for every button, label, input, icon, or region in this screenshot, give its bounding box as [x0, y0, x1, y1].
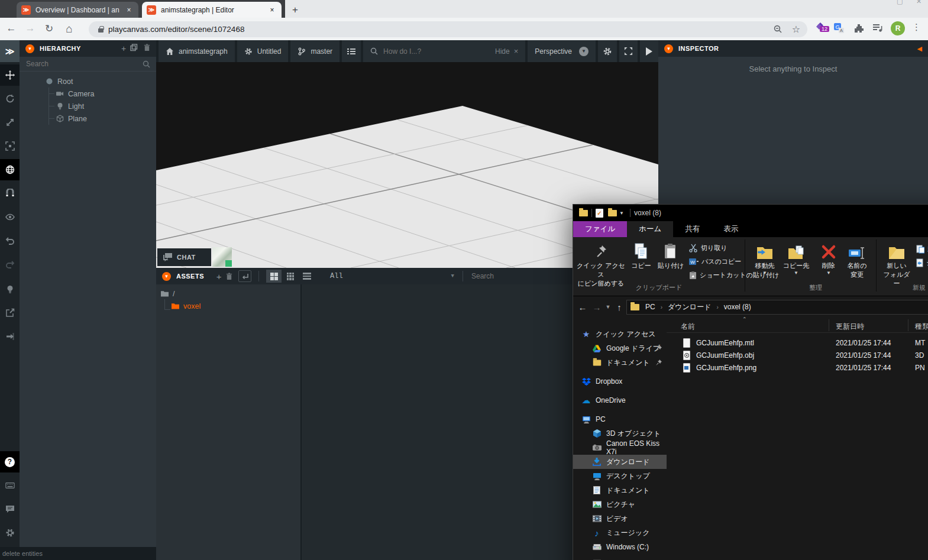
explorer-window[interactable]: ✓ ▼ voxel (8) ファイル ホーム 共有 表示 クイック アクセス に… [573, 204, 928, 560]
view-small-grid-button[interactable] [283, 270, 298, 283]
nav-dropbox[interactable]: Dropbox [573, 374, 667, 389]
undo-icon[interactable] [0, 230, 20, 251]
up-icon[interactable]: ↑ [612, 302, 626, 312]
hierarchy-item-root[interactable]: Root [20, 75, 156, 88]
scene-list-button[interactable] [342, 40, 361, 62]
home-icon[interactable]: ⌂ [62, 22, 77, 35]
menu-kebab-icon[interactable]: ⋮ [912, 22, 921, 33]
settings-gear-icon[interactable] [0, 522, 20, 543]
delete-asset-icon[interactable] [225, 273, 238, 280]
code-editor-icon[interactable] [0, 302, 20, 323]
playlist-icon[interactable] [873, 24, 883, 33]
assets-search-input[interactable] [471, 272, 566, 280]
qat-dropdown-icon[interactable]: ▼ [619, 211, 624, 216]
scale-tool-icon[interactable] [0, 112, 20, 133]
duplicate-entity-icon[interactable] [130, 44, 143, 53]
new-shortcut-button[interactable]: ショー [916, 257, 928, 268]
camera-mode-button[interactable]: Perspective ▼ [528, 40, 596, 62]
feedback-bubble-icon[interactable] [0, 499, 20, 520]
nav-quick-access[interactable]: ★ クイック アクセス [573, 327, 667, 341]
new-folder-button[interactable]: 新しい フォルダー [881, 239, 913, 288]
explorer-titlebar[interactable]: ✓ ▼ voxel (8) [573, 205, 928, 221]
add-entity-icon[interactable]: + [117, 44, 130, 53]
nav-3d-objects[interactable]: 3D オブジェクト [573, 426, 667, 441]
view-list-button[interactable] [299, 270, 315, 283]
breadcrumb[interactable]: PC › ダウンロード › voxel (8) [626, 300, 928, 315]
rename-button[interactable]: 名前の 変更 [842, 239, 872, 279]
hide-help-close-icon[interactable]: × [514, 47, 519, 56]
file-row-mtl[interactable]: GCJuumEehfp.mtl 2021/01/25 17:44 MT [667, 336, 928, 349]
copy-to-button[interactable]: コピー先 ▼ [781, 239, 811, 276]
redo-icon[interactable] [0, 254, 20, 275]
tab-file[interactable]: ファイル [573, 221, 627, 237]
asset-type-filter[interactable]: All ▼ [330, 272, 454, 280]
hierarchy-item-light[interactable]: Light [20, 100, 156, 112]
close-window-icon[interactable]: ✕ [916, 0, 921, 5]
extension-icon[interactable]: 12 [815, 22, 827, 34]
file-row-obj[interactable]: GCJuumEehfp.obj 2021/01/25 17:44 3D [667, 349, 928, 361]
extensions-puzzle-icon[interactable] [854, 24, 864, 33]
delete-entity-icon[interactable] [143, 44, 156, 53]
hierarchy-item-plane[interactable]: Plane [20, 112, 156, 125]
zoom-icon[interactable] [774, 25, 783, 34]
project-button[interactable]: animstategraph [159, 40, 235, 62]
move-to-button[interactable]: 移動先 ▼ [751, 239, 779, 276]
nav-downloads[interactable]: ダウンロード [573, 455, 667, 469]
help-search-bar[interactable]: Hide × [363, 40, 525, 62]
file-row-png[interactable]: GCJuumEehfp.png 2021/01/25 17:44 PN [667, 361, 928, 374]
collapse-panel-icon[interactable]: ◀ [917, 45, 922, 53]
nav-pictures[interactable]: ピクチャ [573, 497, 667, 512]
hierarchy-search-input[interactable] [20, 60, 120, 68]
import-icon[interactable] [0, 326, 20, 347]
breadcrumb-downloads[interactable]: ダウンロード [668, 302, 711, 312]
delete-button[interactable]: 削除 ▼ [817, 239, 840, 276]
nav-windows-c[interactable]: Windows (C:) [573, 540, 667, 554]
maximize-icon[interactable]: ▢ [897, 0, 903, 5]
camera-options-icon[interactable]: ▼ [579, 47, 589, 56]
column-type[interactable]: 種類 [915, 322, 928, 332]
controls-keyboard-icon[interactable] [0, 475, 20, 496]
copy-button[interactable]: コピー [628, 239, 655, 270]
hierarchy-search[interactable] [20, 57, 156, 72]
view-large-grid-button[interactable] [266, 270, 282, 283]
breadcrumb-pc[interactable]: PC [645, 303, 655, 311]
nav-onedrive[interactable]: ☁ OneDrive [573, 393, 667, 407]
tab-close-icon[interactable]: × [124, 6, 134, 14]
help-icon[interactable]: ? [0, 451, 20, 472]
nav-google-drive[interactable]: Google ドライブ [573, 341, 667, 355]
nav-canon-camera[interactable]: Canon EOS Kiss X7i [573, 441, 667, 455]
bookmark-star-icon[interactable]: ☆ [792, 24, 800, 35]
world-space-toggle-icon[interactable] [0, 159, 20, 180]
back-icon[interactable]: ← [575, 302, 590, 312]
tab-share[interactable]: 共有 [673, 221, 712, 237]
history-dropdown-icon[interactable]: ▼ [604, 304, 612, 310]
browser-tab-editor[interactable]: ≫ animstategraph | Editor × [142, 2, 282, 18]
help-search-input[interactable] [383, 47, 495, 56]
new-tab-button[interactable]: + [287, 2, 303, 18]
nav-music[interactable]: ♪ ミュージック [573, 526, 667, 540]
lightmapper-bulb-icon[interactable] [0, 279, 20, 300]
branch-button[interactable]: master [290, 40, 339, 62]
tab-close-icon[interactable]: × [267, 6, 277, 14]
back-icon[interactable]: ← [4, 22, 19, 34]
hide-help-label[interactable]: Hide [495, 47, 510, 56]
visibility-eye-icon[interactable] [0, 206, 20, 228]
breadcrumb-current[interactable]: voxel (8) [724, 303, 751, 311]
nav-item-clipped[interactable] [573, 554, 667, 560]
pin-quick-access-button[interactable]: クイック アクセス にピン留めする [575, 239, 626, 288]
reimport-asset-icon[interactable] [238, 270, 251, 282]
fullscreen-button[interactable] [619, 40, 638, 62]
move-tool-icon[interactable] [0, 64, 20, 86]
collaborator-avatar[interactable] [212, 247, 232, 267]
address-bar[interactable]: playcanvas.com/editor/scene/1072468 ☆ [89, 21, 807, 37]
browser-tab-dashboard[interactable]: ≫ Overview | Dashboard | animstate × [17, 2, 138, 18]
new-folder-qat-icon[interactable] [608, 210, 617, 216]
column-date[interactable]: 更新日時 [836, 322, 864, 332]
nav-documents[interactable]: ドキュメント [573, 483, 667, 497]
nav-pc[interactable]: PC [573, 412, 667, 426]
launch-button[interactable] [640, 40, 658, 62]
frame-selection-tool-icon[interactable] [0, 135, 20, 157]
tab-view[interactable]: 表示 [712, 221, 750, 237]
hierarchy-item-camera[interactable]: Camera [20, 88, 156, 100]
nav-desktop[interactable]: デスクトップ [573, 469, 667, 483]
